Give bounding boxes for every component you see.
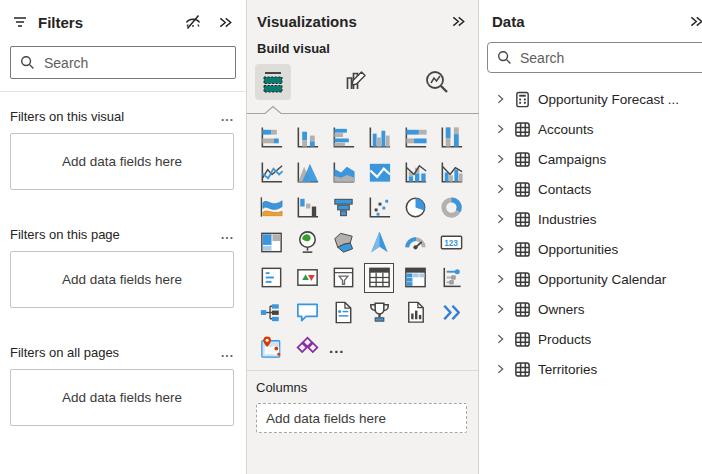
data-table-item[interactable]: Products xyxy=(479,324,702,354)
collapse-visualizations-pane-icon[interactable] xyxy=(450,14,465,29)
visualizations-tabs xyxy=(255,64,455,100)
data-table-item[interactable]: Contacts xyxy=(479,174,702,204)
decomposition-tree-chart-icon xyxy=(258,299,285,326)
visual-line-stacked-column[interactable] xyxy=(397,155,433,190)
data-table-label: Territories xyxy=(538,362,597,377)
expand-chevron-icon[interactable] xyxy=(495,213,507,225)
visual-clustered-bar[interactable] xyxy=(325,120,361,155)
visual-power-automate[interactable] xyxy=(289,330,325,365)
expand-chevron-icon[interactable] xyxy=(495,243,507,255)
visual-slicer[interactable] xyxy=(325,260,361,295)
data-table-item[interactable]: Opportunity Calendar xyxy=(479,264,702,294)
data-search-box[interactable] xyxy=(487,42,702,73)
data-table-item[interactable]: Territories xyxy=(479,354,702,384)
visual-qa[interactable] xyxy=(289,295,325,330)
tab-build-visual[interactable] xyxy=(255,64,291,100)
visual-hundred-bar[interactable] xyxy=(397,120,433,155)
filter-section-label: Filters on this visual xyxy=(10,109,124,124)
visual-ribbon[interactable] xyxy=(253,190,289,225)
more-visuals-button[interactable]: ... xyxy=(325,330,361,365)
visual-funnel[interactable] xyxy=(325,190,361,225)
filter-dropzone[interactable]: Add data fields here xyxy=(10,369,234,426)
format-visual-icon xyxy=(341,68,369,96)
table-icon xyxy=(514,211,531,228)
filter-dropzone[interactable]: Add data fields here xyxy=(10,251,234,308)
visual-arcgis[interactable] xyxy=(253,330,289,365)
tab-format-visual[interactable] xyxy=(337,64,373,100)
visual-power-apps[interactable] xyxy=(433,295,469,330)
list-slicer-chart-icon xyxy=(438,264,465,291)
field-well-dropzone[interactable]: Add data fields here xyxy=(256,403,467,433)
build-visual-icon xyxy=(259,68,287,96)
filter-section-more-button[interactable]: ... xyxy=(221,228,234,242)
data-table-label: Products xyxy=(538,332,591,347)
visual-treemap[interactable] xyxy=(253,225,289,260)
data-table-item[interactable]: Opportunities xyxy=(479,234,702,264)
visual-decomposition-tree[interactable] xyxy=(253,295,289,330)
visual-hundred-column[interactable] xyxy=(433,120,469,155)
visual-line-clustered-column[interactable] xyxy=(433,155,469,190)
visual-gauge[interactable] xyxy=(397,225,433,260)
data-table-label: Campaigns xyxy=(538,152,606,167)
data-table-item[interactable]: Campaigns xyxy=(479,144,702,174)
filters-search-box[interactable] xyxy=(10,46,236,79)
visual-map[interactable] xyxy=(289,225,325,260)
visual-stacked-column[interactable] xyxy=(289,120,325,155)
expand-chevron-icon[interactable] xyxy=(495,123,507,135)
visual-metrics[interactable] xyxy=(361,295,397,330)
filter-section-more-button[interactable]: ... xyxy=(221,110,234,124)
ribbon-chart-icon xyxy=(258,194,285,221)
expand-chevron-icon[interactable] xyxy=(495,183,507,195)
data-table-item[interactable]: Industries xyxy=(479,204,702,234)
line-stacked-column-chart-icon xyxy=(402,159,429,186)
visual-multi-row-card[interactable] xyxy=(253,260,289,295)
filter-dropzone[interactable]: Add data fields here xyxy=(10,133,234,190)
visual-pie[interactable] xyxy=(397,190,433,225)
visualizations-pane-title: Visualizations xyxy=(257,13,357,30)
power-automate-chart-icon xyxy=(294,334,321,361)
visual-scatter[interactable] xyxy=(361,190,397,225)
visual-azure-map[interactable] xyxy=(361,225,397,260)
data-table-item[interactable]: Owners xyxy=(479,294,702,324)
table-icon xyxy=(514,301,531,318)
kpi-chart-icon xyxy=(294,264,321,291)
visual-card[interactable]: 123 xyxy=(433,225,469,260)
filters-pane: Filters Filters on this visual...Add dat… xyxy=(0,0,247,474)
table-icon xyxy=(514,271,531,288)
visual-donut[interactable] xyxy=(433,190,469,225)
visual-paginated-report[interactable] xyxy=(397,295,433,330)
tab-analytics[interactable] xyxy=(419,64,455,100)
data-table-item[interactable]: Opportunity Forecast ... xyxy=(479,84,702,114)
visual-stacked-bar[interactable] xyxy=(253,120,289,155)
visual-list-slicer[interactable] xyxy=(433,260,469,295)
expand-chevron-icon[interactable] xyxy=(495,303,507,315)
visual-area[interactable] xyxy=(289,155,325,190)
collapse-filters-pane-icon[interactable] xyxy=(217,15,232,30)
visual-line[interactable] xyxy=(253,155,289,190)
data-search-input[interactable] xyxy=(520,50,701,66)
slicer-chart-icon xyxy=(330,264,357,291)
visual-hundred-area[interactable] xyxy=(361,155,397,190)
visual-kpi[interactable] xyxy=(289,260,325,295)
filter-section-more-button[interactable]: ... xyxy=(221,346,234,360)
visual-smart-narrative[interactable] xyxy=(325,295,361,330)
expand-chevron-icon[interactable] xyxy=(495,273,507,285)
visual-waterfall[interactable] xyxy=(289,190,325,225)
expand-chevron-icon[interactable] xyxy=(495,333,507,345)
qa-chart-icon xyxy=(294,299,321,326)
data-table-item[interactable]: Accounts xyxy=(479,114,702,144)
hundred-bar-chart-icon xyxy=(402,124,429,151)
filter-section: Filters on all pages...Add data fields h… xyxy=(0,345,246,426)
visual-clustered-column[interactable] xyxy=(361,120,397,155)
visual-stacked-area[interactable] xyxy=(325,155,361,190)
collapse-data-pane-icon[interactable] xyxy=(688,14,702,29)
hide-filter-pane-icon[interactable] xyxy=(184,13,202,31)
data-table-label: Opportunities xyxy=(538,242,618,257)
visual-table[interactable] xyxy=(361,260,397,295)
expand-chevron-icon[interactable] xyxy=(495,153,507,165)
expand-chevron-icon[interactable] xyxy=(495,363,507,375)
expand-chevron-icon[interactable] xyxy=(495,93,507,105)
visual-matrix[interactable] xyxy=(397,260,433,295)
visual-filled-map[interactable] xyxy=(325,225,361,260)
filters-search-input[interactable] xyxy=(44,55,226,71)
